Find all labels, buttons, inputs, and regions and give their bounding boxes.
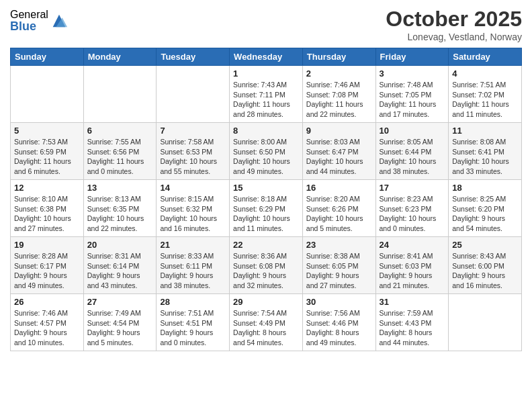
day-number: 25 [452,240,518,250]
day-number: 8 [233,126,299,136]
col-friday: Friday [375,48,449,66]
day-number: 14 [160,183,226,193]
calendar-cell: 19Sunrise: 8:28 AM Sunset: 6:17 PM Dayli… [11,237,84,294]
calendar-header-row: Sunday Monday Tuesday Wednesday Thursday… [11,48,522,66]
page-header: General Blue October 2025 Lonevag, Vestl… [10,7,522,42]
calendar-table: Sunday Monday Tuesday Wednesday Thursday… [10,48,522,351]
calendar-cell: 24Sunrise: 8:41 AM Sunset: 6:03 PM Dayli… [375,237,449,294]
title-section: October 2025 Lonevag, Vestland, Norway [386,7,522,42]
calendar-cell: 27Sunrise: 7:49 AM Sunset: 4:54 PM Dayli… [83,294,157,351]
day-number: 18 [452,183,518,193]
day-info: Sunrise: 8:23 AM Sunset: 6:23 PM Dayligh… [380,194,445,234]
day-info: Sunrise: 8:43 AM Sunset: 6:00 PM Dayligh… [452,251,518,291]
day-number: 21 [160,240,226,250]
day-number: 2 [306,68,372,79]
calendar-cell: 21Sunrise: 8:33 AM Sunset: 6:11 PM Dayli… [157,237,230,294]
logo-icon [50,11,69,30]
day-info: Sunrise: 8:08 AM Sunset: 6:41 PM Dayligh… [452,137,518,177]
calendar-cell: 11Sunrise: 8:08 AM Sunset: 6:41 PM Dayli… [449,123,522,180]
calendar-cell: 12Sunrise: 8:10 AM Sunset: 6:38 PM Dayli… [11,180,84,237]
logo: General Blue [10,9,69,32]
calendar-cell: 25Sunrise: 8:43 AM Sunset: 6:00 PM Dayli… [449,237,522,294]
col-saturday: Saturday [449,48,522,66]
day-info: Sunrise: 8:13 AM Sunset: 6:35 PM Dayligh… [87,194,153,234]
logo-text: General Blue [10,9,48,32]
calendar-week-row: 5Sunrise: 7:53 AM Sunset: 6:59 PM Daylig… [11,123,522,180]
day-info: Sunrise: 8:00 AM Sunset: 6:50 PM Dayligh… [233,137,299,177]
day-number: 6 [87,126,153,136]
day-info: Sunrise: 8:41 AM Sunset: 6:03 PM Dayligh… [380,251,445,291]
day-number: 23 [306,240,372,250]
col-wednesday: Wednesday [230,48,303,66]
calendar-cell: 30Sunrise: 7:56 AM Sunset: 4:46 PM Dayli… [302,294,375,351]
day-info: Sunrise: 8:33 AM Sunset: 6:11 PM Dayligh… [160,251,226,291]
calendar-cell [83,66,157,123]
day-info: Sunrise: 8:20 AM Sunset: 6:26 PM Dayligh… [306,194,372,234]
calendar-week-row: 1Sunrise: 7:43 AM Sunset: 7:11 PM Daylig… [11,66,522,123]
calendar-cell: 9Sunrise: 8:03 AM Sunset: 6:47 PM Daylig… [302,123,375,180]
calendar-cell: 16Sunrise: 8:20 AM Sunset: 6:26 PM Dayli… [302,180,375,237]
calendar-cell: 1Sunrise: 7:43 AM Sunset: 7:11 PM Daylig… [230,66,303,123]
day-info: Sunrise: 8:05 AM Sunset: 6:44 PM Dayligh… [380,137,445,177]
day-number: 10 [380,126,445,136]
calendar-cell: 31Sunrise: 7:59 AM Sunset: 4:43 PM Dayli… [375,294,449,351]
day-number: 28 [160,297,226,307]
calendar-cell: 3Sunrise: 7:48 AM Sunset: 7:05 PM Daylig… [375,66,449,123]
day-info: Sunrise: 7:51 AM Sunset: 7:02 PM Dayligh… [452,80,518,120]
day-info: Sunrise: 7:55 AM Sunset: 6:56 PM Dayligh… [87,137,153,177]
col-monday: Monday [83,48,157,66]
calendar-cell: 4Sunrise: 7:51 AM Sunset: 7:02 PM Daylig… [449,66,522,123]
calendar-cell: 22Sunrise: 8:36 AM Sunset: 6:08 PM Dayli… [230,237,303,294]
day-info: Sunrise: 7:58 AM Sunset: 6:53 PM Dayligh… [160,137,226,177]
calendar-cell: 14Sunrise: 8:15 AM Sunset: 6:32 PM Dayli… [157,180,230,237]
day-number: 22 [233,240,299,250]
calendar-week-row: 12Sunrise: 8:10 AM Sunset: 6:38 PM Dayli… [11,180,522,237]
day-info: Sunrise: 7:59 AM Sunset: 4:43 PM Dayligh… [380,308,445,348]
logo-general: General [10,9,48,20]
calendar-cell: 5Sunrise: 7:53 AM Sunset: 6:59 PM Daylig… [11,123,84,180]
day-info: Sunrise: 7:46 AM Sunset: 7:08 PM Dayligh… [306,80,372,120]
day-number: 24 [380,240,445,250]
calendar-cell: 28Sunrise: 7:51 AM Sunset: 4:51 PM Dayli… [157,294,230,351]
day-number: 1 [233,68,299,79]
calendar-cell: 15Sunrise: 8:18 AM Sunset: 6:29 PM Dayli… [230,180,303,237]
day-info: Sunrise: 7:54 AM Sunset: 4:49 PM Dayligh… [233,308,299,348]
day-number: 12 [14,183,80,193]
calendar-cell: 6Sunrise: 7:55 AM Sunset: 6:56 PM Daylig… [83,123,157,180]
day-number: 26 [14,297,80,307]
day-number: 29 [233,297,299,307]
day-info: Sunrise: 8:31 AM Sunset: 6:14 PM Dayligh… [87,251,153,291]
day-number: 3 [380,68,445,79]
day-number: 11 [452,126,518,136]
day-number: 13 [87,183,153,193]
calendar-cell: 18Sunrise: 8:25 AM Sunset: 6:20 PM Dayli… [449,180,522,237]
calendar-cell: 10Sunrise: 8:05 AM Sunset: 6:44 PM Dayli… [375,123,449,180]
day-number: 4 [452,68,518,79]
day-info: Sunrise: 7:51 AM Sunset: 4:51 PM Dayligh… [160,308,226,348]
calendar-cell: 13Sunrise: 8:13 AM Sunset: 6:35 PM Dayli… [83,180,157,237]
day-number: 27 [87,297,153,307]
day-info: Sunrise: 7:56 AM Sunset: 4:46 PM Dayligh… [306,308,372,348]
calendar-cell: 7Sunrise: 7:58 AM Sunset: 6:53 PM Daylig… [157,123,230,180]
day-number: 5 [14,126,80,136]
day-info: Sunrise: 7:43 AM Sunset: 7:11 PM Dayligh… [233,80,299,120]
calendar-week-row: 19Sunrise: 8:28 AM Sunset: 6:17 PM Dayli… [11,237,522,294]
day-info: Sunrise: 7:53 AM Sunset: 6:59 PM Dayligh… [14,137,80,177]
day-info: Sunrise: 8:10 AM Sunset: 6:38 PM Dayligh… [14,194,80,234]
page-container: General Blue October 2025 Lonevag, Vestl… [0,0,532,358]
col-sunday: Sunday [11,48,84,66]
day-number: 7 [160,126,226,136]
col-tuesday: Tuesday [157,48,230,66]
calendar-cell [11,66,84,123]
day-number: 9 [306,126,372,136]
day-number: 20 [87,240,153,250]
day-info: Sunrise: 8:28 AM Sunset: 6:17 PM Dayligh… [14,251,80,291]
day-info: Sunrise: 8:38 AM Sunset: 6:05 PM Dayligh… [306,251,372,291]
day-info: Sunrise: 8:36 AM Sunset: 6:08 PM Dayligh… [233,251,299,291]
day-info: Sunrise: 7:46 AM Sunset: 4:57 PM Dayligh… [14,308,80,348]
day-info: Sunrise: 8:25 AM Sunset: 6:20 PM Dayligh… [452,194,518,234]
day-info: Sunrise: 8:15 AM Sunset: 6:32 PM Dayligh… [160,194,226,234]
day-number: 31 [380,297,445,307]
location: Lonevag, Vestland, Norway [386,32,522,42]
calendar-cell [449,294,522,351]
